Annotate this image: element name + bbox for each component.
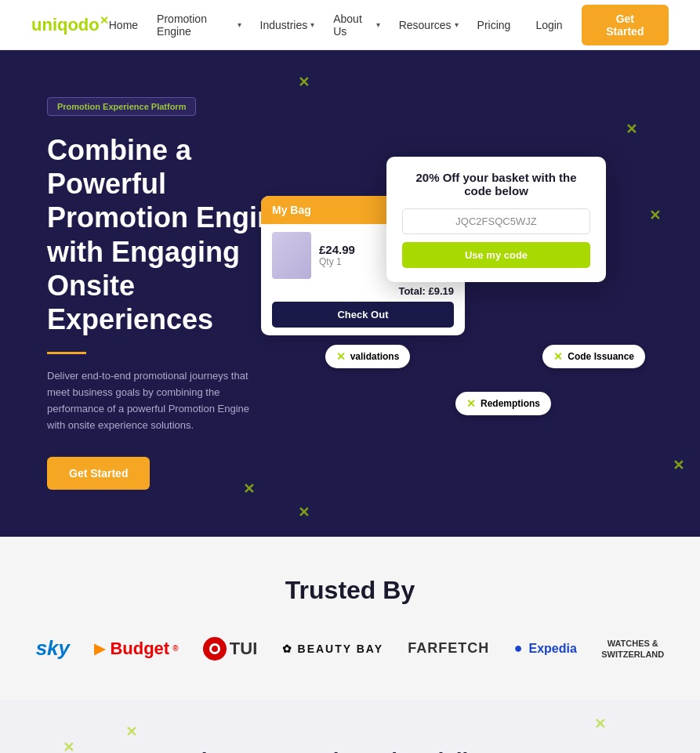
trusted-by-title: Trusted By <box>31 576 669 605</box>
logo[interactable]: uniqodo✕ <box>31 14 109 35</box>
nav-links: Home Promotion Engine ▾ Industries ▾ Abo… <box>109 5 669 45</box>
hero-mockup: My Bag £24.99 Qty 1 Total: £9.19 Check O… <box>333 157 653 431</box>
nav-home[interactable]: Home <box>109 19 138 31</box>
validations-badge: ✕ validations <box>325 345 411 368</box>
redemptions-label: Redemptions <box>481 398 540 409</box>
code-issuance-label: Code Issuance <box>568 351 634 362</box>
deco-x-4: ✕ <box>298 504 310 521</box>
trusted-by-section: Trusted By sky ▶ Budget ® TUI ✿ BEAUTY B… <box>0 537 700 700</box>
sky-logo-text: sky <box>36 636 70 661</box>
hero-section: ✕ ✕ ✕ ✕ ✕ ✕ Promotion Experience Platfor… <box>0 50 700 537</box>
sky-logo: sky <box>36 636 70 661</box>
nav-login[interactable]: Login <box>535 19 562 31</box>
validations-label: validations <box>350 351 400 362</box>
beauty-bay-logo: ✿ BEAUTY BAY <box>282 643 383 655</box>
deco-x-2: ✕ <box>626 121 637 138</box>
chevron-down-icon: ▾ <box>310 20 314 29</box>
trusted-logos: sky ▶ Budget ® TUI ✿ BEAUTY BAY FARFETCH… <box>31 636 669 661</box>
x-icon: ✕ <box>466 397 476 410</box>
tui-logo: TUI <box>203 637 257 661</box>
navbar: uniqodo✕ Home Promotion Engine ▾ Industr… <box>0 0 700 50</box>
x-icon: ✕ <box>336 350 346 363</box>
deco-x-1: ✕ <box>298 74 310 91</box>
checkout-button[interactable]: Check Out <box>272 302 454 328</box>
use-code-button[interactable]: Use my code <box>402 242 590 268</box>
budget-logo: ▶ Budget ® <box>94 639 178 659</box>
total-value: £9.19 <box>428 285 454 297</box>
cart-total: Total: £9.19 <box>272 285 454 297</box>
product-price: £24.99 <box>319 243 355 256</box>
hero-description: Deliver end-to-end promotional journeys … <box>47 368 267 433</box>
chevron-down-icon: ▾ <box>455 20 459 29</box>
deco-x-feat-3: ✕ <box>63 739 74 753</box>
x-icon: ✕ <box>553 350 563 363</box>
farfetch-logo: FARFETCH <box>408 640 489 657</box>
redemptions-badge: ✕ Redemptions <box>455 392 551 415</box>
farfetch-text: FARFETCH <box>408 640 489 657</box>
chevron-down-icon: ▾ <box>376 20 380 29</box>
budget-icon: ▶ <box>94 640 105 657</box>
product-qty: Qty 1 <box>319 256 355 267</box>
hero-divider <box>47 352 86 354</box>
nav-about-us[interactable]: About Us ▾ <box>333 13 379 38</box>
expedia-icon: ● <box>514 640 523 657</box>
nav-get-started-button[interactable]: Get Started <box>582 5 669 45</box>
features-section: ✕ ✕ ✕ Activate promotions that deliver o… <box>0 700 700 753</box>
product-image <box>272 232 311 279</box>
hero-get-started-button[interactable]: Get Started <box>47 457 150 490</box>
code-issuance-badge: ✕ Code Issuance <box>542 345 645 368</box>
hero-badge: Promotion Experience Platform <box>47 97 196 116</box>
chevron-down-icon: ▾ <box>238 20 241 29</box>
nav-industries[interactable]: Industries ▾ <box>260 19 315 31</box>
tui-text: TUI <box>230 639 257 659</box>
deco-x-6: ✕ <box>673 457 684 474</box>
nav-pricing[interactable]: Pricing <box>477 19 511 31</box>
beauty-bay-text: ✿ BEAUTY BAY <box>282 643 383 655</box>
discount-title: 20% Off your basket with the code below <box>402 171 590 197</box>
logo-text: uniqodo <box>31 15 100 34</box>
tui-inner <box>209 643 220 654</box>
nav-promotion-engine[interactable]: Promotion Engine ▾ <box>157 13 241 38</box>
expedia-logo: ● Expedia <box>514 640 577 657</box>
discount-card: 20% Off your basket with the code below … <box>386 157 606 282</box>
features-title: Activate promotions that deliver on busi… <box>154 747 546 753</box>
deco-x-feat-1: ✕ <box>125 723 137 740</box>
nav-resources[interactable]: Resources ▾ <box>399 19 459 31</box>
watches-text: WATCHES &SWITZERLAND <box>601 638 664 661</box>
watches-logo: WATCHES &SWITZERLAND <box>601 638 664 661</box>
budget-text: Budget <box>110 639 169 659</box>
tui-icon <box>203 637 227 661</box>
promo-code: JQC2FSQC5WJZ <box>402 208 590 234</box>
deco-x-feat-2: ✕ <box>594 715 606 733</box>
expedia-text: Expedia <box>529 642 577 656</box>
